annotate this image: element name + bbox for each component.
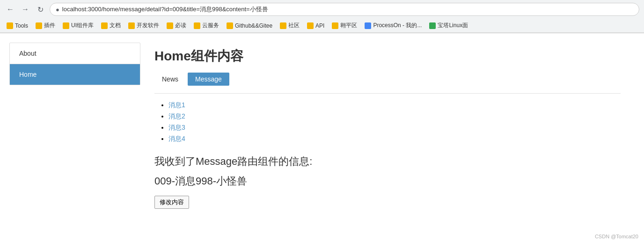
secure-icon: ● [56, 6, 59, 13]
bookmark-icon [365, 22, 371, 29]
bookmark-baota[interactable]: 宝塔Linux面 [426, 21, 471, 30]
page-content: About Home Home组件内容 News Message 消息1 消息2 [0, 33, 644, 230]
bookmark-ui[interactable]: UI组件库 [60, 21, 96, 30]
address-bar[interactable]: ● localhost:3000/home/message/detail?id=… [50, 3, 639, 16]
bookmark-label: 开发软件 [137, 22, 159, 29]
bookmark-tools[interactable]: Tools [4, 22, 31, 30]
bookmark-icon [307, 22, 314, 29]
message-link-1[interactable]: 消息1 [168, 101, 185, 109]
message-link-2[interactable]: 消息2 [168, 112, 185, 120]
bookmark-plugin[interactable]: 插件 [33, 21, 58, 30]
refresh-button[interactable]: ↻ [35, 4, 46, 15]
list-item: 消息2 [168, 112, 621, 121]
tabs: News Message [154, 73, 621, 86]
divider [154, 93, 621, 94]
bookmark-docs[interactable]: 文档 [98, 21, 124, 30]
bookmark-icon [36, 22, 42, 29]
bookmark-label: API [315, 22, 324, 29]
bookmark-icon [7, 22, 13, 29]
bookmark-icon [280, 22, 286, 29]
message-link-3[interactable]: 消息3 [168, 124, 185, 131]
list-item: 消息4 [168, 135, 621, 143]
message-link-4[interactable]: 消息4 [168, 135, 185, 142]
bookmark-cloud[interactable]: 云服务 [191, 21, 222, 30]
bookmark-label: UI组件库 [71, 22, 94, 29]
nav-item-about-label: About [19, 50, 37, 57]
message-detail-text: 009-消息998-小怪兽 [154, 174, 621, 188]
bookmark-icon [167, 22, 173, 29]
bookmark-label: ProcessOn - 我的... [373, 22, 422, 29]
nav-item-about[interactable]: About [10, 43, 140, 64]
tab-news[interactable]: News [154, 73, 186, 86]
bookmark-processon[interactable]: ProcessOn - 我的... [362, 21, 424, 30]
nav-item-home-label: Home [19, 71, 37, 78]
bookmark-label: 社区 [288, 22, 300, 29]
bookmark-label: 翱平区 [340, 22, 357, 29]
left-nav: About Home [9, 43, 140, 85]
modify-button[interactable]: 修改内容 [154, 196, 189, 209]
message-list: 消息1 消息2 消息3 消息4 [154, 101, 621, 143]
bookmark-community[interactable]: 社区 [277, 21, 302, 30]
nav-bar: ← → ↻ ● localhost:3000/home/message/deta… [0, 0, 644, 19]
bookmark-label: 插件 [44, 22, 55, 29]
bookmark-icon [332, 22, 338, 29]
bookmark-icon [194, 22, 200, 29]
list-item: 消息1 [168, 101, 621, 110]
browser-chrome: ← → ↻ ● localhost:3000/home/message/deta… [0, 0, 644, 33]
main-content: Home组件内容 News Message 消息1 消息2 消息3 消息4 [140, 43, 635, 221]
forward-button[interactable]: → [20, 4, 31, 15]
bookmark-label: 必读 [175, 22, 186, 29]
bookmark-mustread[interactable]: 必读 [164, 21, 189, 30]
bookmark-api[interactable]: API [304, 22, 327, 30]
bookmark-label: Tools [15, 22, 28, 29]
message-received-text: 我收到了Message路由组件的信息: [154, 155, 621, 169]
bookmark-label: 宝塔Linux面 [438, 22, 468, 29]
bookmark-devsoft[interactable]: 开发软件 [125, 21, 162, 30]
bookmark-label: 云服务 [202, 22, 219, 29]
nav-item-home[interactable]: Home [10, 64, 140, 85]
tab-message[interactable]: Message [188, 73, 229, 86]
bookmark-aopingqu[interactable]: 翱平区 [329, 21, 360, 30]
bookmarks-bar: Tools 插件 UI组件库 文档 开发软件 必读 云服务 Github&&G [0, 19, 644, 33]
bookmark-icon [227, 22, 233, 29]
bookmark-icon [63, 22, 69, 29]
page-title: Home组件内容 [154, 47, 621, 65]
bookmark-icon [429, 22, 436, 29]
list-item: 消息3 [168, 124, 621, 132]
bookmark-github[interactable]: Github&&Gitee [224, 22, 275, 30]
url-text: localhost:3000/home/message/detail?id=00… [62, 5, 268, 14]
bookmark-icon [101, 22, 108, 29]
bookmark-icon [128, 22, 135, 29]
bookmark-label: Github&&Gitee [235, 22, 272, 29]
bookmark-label: 文档 [110, 22, 121, 29]
back-button[interactable]: ← [5, 4, 16, 15]
